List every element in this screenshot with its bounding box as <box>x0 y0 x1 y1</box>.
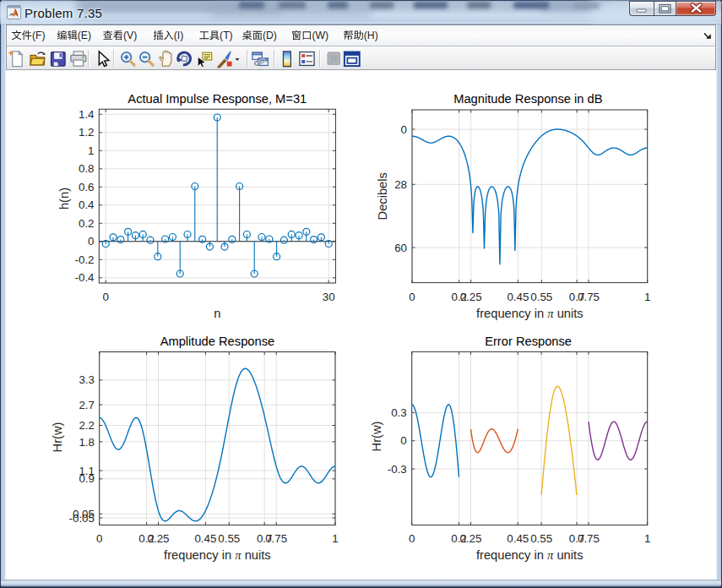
svg-text:0.75: 0.75 <box>578 291 600 303</box>
svg-text:0.25: 0.25 <box>460 532 482 545</box>
svg-text:-0.3: -0.3 <box>388 463 407 476</box>
svg-text:1.2: 1.2 <box>79 126 95 139</box>
svg-text:0.75: 0.75 <box>578 532 600 545</box>
svg-text:(H): (H) <box>364 30 378 41</box>
svg-text:0.55: 0.55 <box>530 532 552 545</box>
svg-text:(E): (E) <box>78 30 91 41</box>
svg-text:frequency in π units: frequency in π units <box>476 548 584 562</box>
svg-text:Error Response: Error Response <box>485 335 572 348</box>
svg-text:30: 30 <box>323 291 335 303</box>
svg-text:0.75: 0.75 <box>265 532 287 545</box>
svg-text:1.1: 1.1 <box>79 465 95 477</box>
svg-text:0.8: 0.8 <box>79 162 95 175</box>
svg-text:h(n): h(n) <box>57 188 71 210</box>
svg-text:0.6: 0.6 <box>79 181 95 193</box>
svg-text:frequency in π nuits: frequency in π nuits <box>164 548 271 562</box>
svg-text:0: 0 <box>409 532 415 545</box>
svg-text:Amplitude Response: Amplitude Response <box>160 335 275 348</box>
svg-text:1: 1 <box>644 532 650 545</box>
svg-text:(T): (T) <box>220 30 233 41</box>
svg-text:0.2: 0.2 <box>79 217 95 230</box>
svg-text:1.8: 1.8 <box>79 436 95 449</box>
svg-text:0.45: 0.45 <box>507 532 529 545</box>
svg-text:1: 1 <box>332 532 338 545</box>
svg-text:60: 60 <box>394 242 407 254</box>
svg-text:(D): (D) <box>263 30 277 41</box>
svg-text:Magnitude Response in dB: Magnitude Response in dB <box>453 92 603 106</box>
svg-text:0: 0 <box>401 123 407 136</box>
svg-text:0.3: 0.3 <box>391 406 407 419</box>
svg-text:0: 0 <box>88 235 94 248</box>
svg-text:(V): (V) <box>123 30 137 41</box>
svg-text:1: 1 <box>88 144 94 157</box>
svg-text:Hr(w): Hr(w) <box>370 422 383 452</box>
svg-text:(I): (I) <box>174 30 184 41</box>
svg-text:0.25: 0.25 <box>460 291 482 303</box>
svg-text:0.45: 0.45 <box>194 532 216 545</box>
svg-text:3.3: 3.3 <box>79 373 95 386</box>
svg-text:0.55: 0.55 <box>530 291 552 303</box>
svg-text:frequency in π units: frequency in π units <box>476 307 584 320</box>
svg-text:1: 1 <box>644 291 650 303</box>
svg-text:Hr(w): Hr(w) <box>51 422 64 453</box>
svg-text:0.55: 0.55 <box>218 532 240 545</box>
svg-text:(F): (F) <box>32 30 46 41</box>
svg-text:28: 28 <box>394 178 407 191</box>
svg-text:0.45: 0.45 <box>507 291 529 303</box>
svg-text:(W): (W) <box>312 30 328 41</box>
svg-text:1.4: 1.4 <box>79 108 95 121</box>
svg-text:Actual Impulse Response, M=31: Actual Impulse Response, M=31 <box>128 92 307 106</box>
svg-text:2.7: 2.7 <box>79 399 95 411</box>
svg-text:0.25: 0.25 <box>148 532 170 545</box>
svg-text:0: 0 <box>400 434 406 447</box>
svg-text:n: n <box>214 307 220 320</box>
svg-text:0.4: 0.4 <box>79 199 95 211</box>
svg-text:-0.4: -0.4 <box>75 271 95 284</box>
svg-text:0: 0 <box>409 291 415 303</box>
svg-text:Decibels: Decibels <box>377 172 390 220</box>
svg-text:2.2: 2.2 <box>79 419 95 432</box>
svg-text:0: 0 <box>102 291 108 303</box>
svg-text:0: 0 <box>96 532 102 545</box>
svg-text:0.05: 0.05 <box>73 508 95 520</box>
svg-text:-0.2: -0.2 <box>75 253 95 266</box>
